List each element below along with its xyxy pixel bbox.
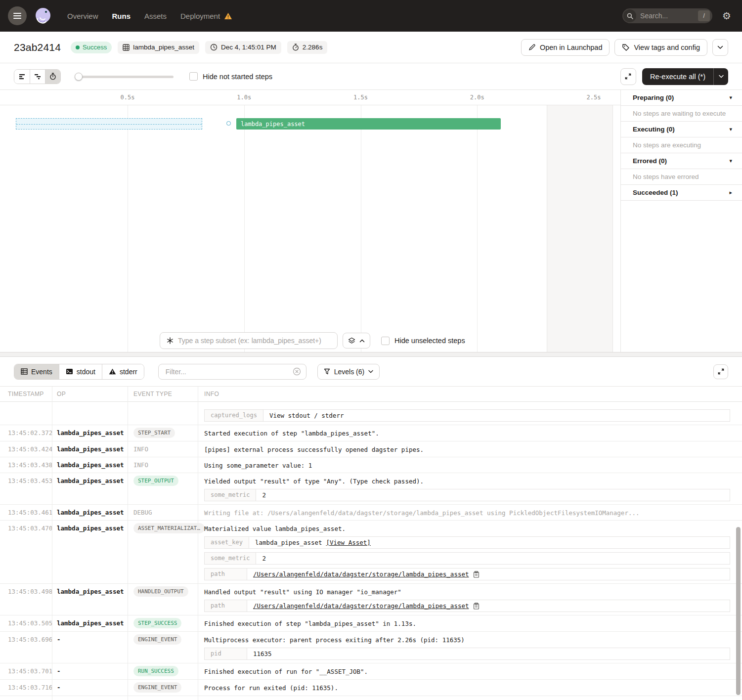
gridline: [128, 105, 128, 352]
metadata-text: 2: [262, 555, 266, 562]
layers-toggle-button[interactable]: [343, 333, 370, 349]
hide-unselected-checkbox[interactable]: [381, 337, 390, 345]
op-cell: -: [52, 634, 128, 660]
event-type-cell: RUN_SUCCESS: [128, 666, 198, 676]
slider-thumb[interactable]: [75, 73, 83, 81]
event-type-badge: STEP_SUCCESS: [133, 618, 181, 628]
flat-view-icon: [19, 74, 26, 80]
metadata-key: some_metric: [205, 553, 256, 564]
table-row[interactable]: 13:45:03.461lambda_pipes_assetDEBUGWriti…: [0, 505, 742, 521]
clear-filter-icon[interactable]: [293, 367, 301, 376]
search-placeholder: Search...: [640, 12, 698, 20]
stderr-warning-icon: [109, 368, 116, 375]
col-info: INFO: [198, 391, 219, 397]
event-type-cell: INFO: [128, 444, 198, 454]
metadata-entry: captured_logsView stdout / stderr: [204, 409, 730, 422]
info-cell: Using some_parameter value: 1: [198, 460, 742, 470]
menu-icon[interactable]: [8, 6, 27, 25]
levels-filter-button[interactable]: Levels (6): [317, 364, 380, 380]
metadata-value: /Users/alangenfeld/data/dagster/storage/…: [247, 569, 485, 580]
waterfall-view-button[interactable]: [30, 70, 45, 84]
table-row[interactable]: 13:45:02.372lambda_pipes_assetSTEP_START…: [0, 425, 742, 441]
info-cell: [pipes] external process successfully op…: [198, 444, 742, 454]
dagster-logo-icon[interactable]: [33, 5, 53, 26]
op-cell: lambda_pipes_asset: [52, 428, 128, 438]
table-row[interactable]: 13:45:03.505lambda_pipes_assetSTEP_SUCCE…: [0, 615, 742, 632]
tab-stderr[interactable]: stderr: [102, 364, 144, 379]
step-group-header[interactable]: Preparing (0)▾: [621, 90, 742, 106]
col-event-type: EVENT TYPE: [128, 391, 198, 397]
log-toolbar: Events stdout stderr Filter...: [0, 357, 742, 387]
nav-deployment[interactable]: Deployment: [180, 12, 220, 20]
gantt-body: lambda_pipes_asset Type a step subset (e…: [0, 105, 620, 352]
nav-overview[interactable]: Overview: [67, 12, 98, 20]
open-in-launchpad-button[interactable]: Open in Launchpad: [521, 39, 610, 56]
gantt-step-bar[interactable]: lambda_pipes_asset: [236, 118, 501, 130]
step-group-header[interactable]: Succeeded (1)▸: [621, 185, 742, 201]
info-cell: Finished execution of run for "__ASSET_J…: [198, 666, 742, 676]
step-subset-input[interactable]: Type a step subset (ex: lambda_pipes_ass…: [160, 332, 338, 349]
tab-stdout[interactable]: stdout: [59, 364, 102, 379]
log-fullscreen-button[interactable]: [713, 364, 728, 379]
axis-tick: 2.5s: [587, 94, 601, 101]
search-input[interactable]: Search... /: [622, 8, 712, 23]
job-tag[interactable]: lambda_pipes_asset: [118, 41, 199, 54]
caret-icon: ▾: [729, 158, 732, 164]
timestamp-cell: 13:45:03.453: [0, 476, 52, 501]
flat-view-button[interactable]: [14, 70, 30, 84]
metadata-value: /Users/alangenfeld/data/dagster/storage/…: [247, 600, 485, 612]
stopwatch-icon: [292, 44, 299, 51]
search-icon: [623, 9, 636, 22]
copy-icon[interactable]: [473, 571, 480, 578]
table-row[interactable]: 13:45:03.498lambda_pipes_assetHANDLED_OU…: [0, 584, 742, 615]
table-row[interactable]: 13:45:03.696-ENGINE_EVENTMultiprocess ex…: [0, 632, 742, 663]
metadata-text: 11635: [253, 650, 272, 657]
reexecute-menu-button[interactable]: [713, 68, 728, 85]
metadata-entry: pid11635: [204, 648, 730, 660]
copy-icon[interactable]: [473, 603, 480, 610]
metadata-link[interactable]: /Users/alangenfeld/data/dagster/storage/…: [253, 602, 469, 610]
view-tags-config-button[interactable]: View tags and config: [614, 39, 707, 56]
zoom-slider[interactable]: [75, 73, 174, 81]
gantt-waiting-box: [16, 118, 202, 130]
gridline: [361, 105, 361, 352]
duration-tag: 2.286s: [287, 41, 328, 54]
table-row[interactable]: 13:45:03.438lambda_pipes_assetINFOUsing …: [0, 457, 742, 473]
info-cell: Handled output "result" using IO manager…: [198, 586, 742, 612]
table-row[interactable]: 13:45:03.424lambda_pipes_assetINFO[pipes…: [0, 441, 742, 457]
log-filter-input[interactable]: Filter...: [158, 364, 306, 380]
expand-icon: [624, 73, 632, 80]
gantt-fullscreen-button[interactable]: [620, 68, 636, 85]
table-row[interactable]: 13:45:03.716-ENGINE_EVENTProcess for run…: [0, 680, 742, 696]
run-actions-menu-button[interactable]: [712, 39, 728, 56]
gantt-toolbar: Hide not started steps Re-execute all (*…: [0, 63, 742, 90]
axis-tick: 0.5s: [121, 94, 135, 101]
metadata-value: 2: [256, 553, 272, 564]
step-group-empty-text: No steps are waiting to execute: [621, 106, 742, 122]
metadata-link[interactable]: /Users/alangenfeld/data/dagster/storage/…: [253, 570, 469, 578]
vertical-scrollbar[interactable]: [736, 527, 741, 695]
event-message: Process for run exited (pid: 11635).: [204, 684, 736, 692]
table-row[interactable]: captured_logsView stdout / stderr: [0, 402, 742, 425]
nav-assets[interactable]: Assets: [144, 12, 167, 20]
hide-not-started-checkbox[interactable]: [189, 72, 198, 81]
table-row[interactable]: 13:45:03.453lambda_pipes_assetSTEP_OUTPU…: [0, 473, 742, 505]
nav-runs[interactable]: Runs: [112, 12, 131, 20]
timestamp-cell: 13:45:03.470: [0, 523, 52, 580]
nav-links: Overview Runs Assets Deployment: [67, 12, 232, 20]
table-row[interactable]: 13:45:03.470lambda_pipes_assetASSET_MATE…: [0, 521, 742, 584]
step-group-header[interactable]: Errored (0)▾: [621, 153, 742, 169]
waterfall-view-icon: [34, 74, 41, 80]
gear-icon[interactable]: ⚙: [722, 10, 731, 22]
panel-resize-handle[interactable]: [0, 352, 742, 357]
event-type-badge: ENGINE_EVENT: [133, 682, 181, 693]
metadata-value: 2: [256, 489, 272, 501]
event-type-badge: STEP_START: [133, 428, 175, 438]
reexecute-all-button[interactable]: Re-execute all (*): [642, 68, 728, 85]
metadata-text: 2: [262, 491, 266, 499]
step-group-header[interactable]: Executing (0)▾: [621, 122, 742, 137]
tab-events[interactable]: Events: [14, 364, 59, 379]
timed-view-button[interactable]: [45, 70, 60, 84]
table-row[interactable]: 13:45:03.701-RUN_SUCCESSFinished executi…: [0, 663, 742, 680]
view-asset-link[interactable]: [View Asset]: [326, 539, 371, 546]
